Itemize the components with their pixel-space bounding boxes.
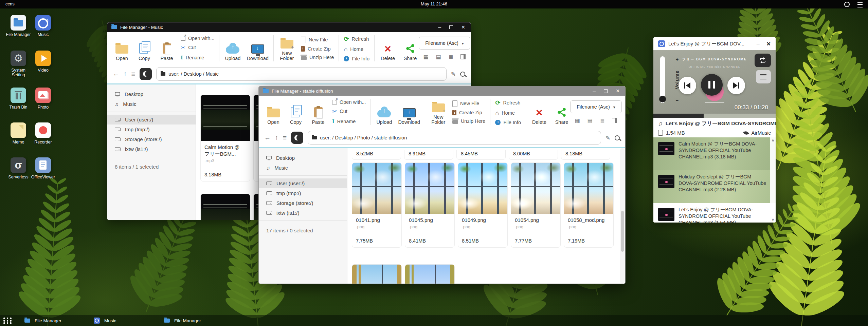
delete-button[interactable]: Delete	[531, 99, 548, 125]
sidebar-item-music[interactable]: Music	[107, 99, 196, 109]
volume-slider-thumb[interactable]	[659, 96, 666, 102]
copy-button[interactable]: Copy	[136, 35, 153, 61]
close-button[interactable]	[616, 88, 620, 94]
progress-bar[interactable]	[653, 114, 776, 118]
share-button[interactable]: Share	[553, 99, 570, 125]
view-detail-icon[interactable]	[600, 117, 604, 124]
hamburger-icon[interactable]	[131, 70, 135, 78]
unzip-here-button[interactable]: Unzip Here	[301, 55, 334, 60]
view-grid-icon[interactable]	[423, 54, 429, 60]
file-card-01054[interactable]: 01054.png .png 7.77MB	[511, 162, 561, 248]
desktop-icon-music[interactable]: Music	[31, 15, 56, 37]
home-button[interactable]: Home	[495, 110, 521, 117]
up-icon[interactable]	[124, 70, 127, 78]
refresh-button[interactable]: Refresh	[344, 35, 369, 43]
view-list-icon[interactable]	[436, 54, 441, 60]
open-button[interactable]: Open	[113, 35, 130, 61]
file-card-01058-mod[interactable]: 01058_mod.png .png 7.19MB	[564, 162, 614, 248]
sidebar-item-ixtw-drive[interactable]: ixtw (is1:/)	[259, 208, 347, 218]
create-zip-button[interactable]: Create Zip	[452, 110, 486, 115]
rename-button[interactable]: Rename	[181, 54, 214, 61]
sidebar-item-tmp-drive[interactable]: tmp (tmp:/)	[259, 188, 347, 198]
sidebar-item-user-drive[interactable]: User (user:/)	[259, 178, 347, 188]
playlist-item-current[interactable]: Let's Enjoy @ フリーBGM DOVA-SYNDROME OFFIC…	[653, 203, 776, 223]
file-card-partial[interactable]: 8.52MB	[352, 150, 401, 160]
desktop-icon-serverless[interactable]: Serverless	[6, 157, 31, 179]
title-bar[interactable]: File Manager - stable diffusion	[259, 86, 625, 96]
search-icon[interactable]	[460, 72, 465, 77]
close-button[interactable]	[766, 41, 771, 47]
repeat-button[interactable]	[755, 54, 771, 67]
view-column-icon[interactable]	[460, 54, 466, 59]
sort-dropdown[interactable]: Filename (Asc)	[419, 37, 470, 50]
new-file-button[interactable]: New File	[301, 37, 334, 43]
taskbar-item-music[interactable]: Music	[90, 315, 120, 326]
sidebar-item-user-drive[interactable]: User (user:/)	[107, 115, 196, 124]
minimize-button[interactable]	[757, 41, 760, 47]
app-launcher-icon[interactable]	[3, 318, 12, 324]
sidebar-item-ixtw-drive[interactable]: ixtw (is1:/)	[107, 144, 196, 154]
scrollbar-thumb[interactable]	[621, 211, 624, 252]
breadcrumb[interactable]: user: / Desktop / Music	[156, 67, 447, 81]
open-with-button[interactable]: Open with...	[332, 99, 366, 105]
back-icon[interactable]	[264, 134, 271, 141]
download-button[interactable]: Download	[398, 99, 420, 125]
edit-path-icon[interactable]	[451, 71, 456, 78]
cut-button[interactable]: Cut	[181, 44, 214, 51]
desktop-icon-officeviewer[interactable]: OfficeViewer	[31, 157, 56, 179]
breadcrumb[interactable]: user: / Desktop / Photo / stable diffusi…	[308, 131, 601, 145]
open-button[interactable]: Open	[265, 99, 282, 125]
refresh-button[interactable]: Refresh	[495, 99, 521, 107]
new-file-button[interactable]: New File	[452, 100, 486, 107]
share-button[interactable]: Share	[402, 35, 419, 61]
sidebar-item-storage-drive[interactable]: Storage (store:/)	[107, 134, 196, 144]
create-zip-button[interactable]: Create Zip	[301, 46, 334, 52]
maximize-button[interactable]	[449, 25, 453, 29]
playlist-scrollbar[interactable]	[770, 137, 776, 223]
next-track-button[interactable]	[727, 77, 745, 94]
view-detail-icon[interactable]	[449, 54, 453, 60]
desktop-icon-file-manager[interactable]: File Manager	[6, 15, 31, 37]
download-button[interactable]: Download	[247, 35, 269, 61]
file-card-partial[interactable]: 8.18MB	[561, 150, 610, 160]
desktop-icon-video[interactable]: Video	[31, 51, 56, 73]
edit-path-icon[interactable]	[605, 134, 610, 141]
dark-mode-button[interactable]	[140, 68, 152, 80]
file-card-partial[interactable]: 8.45MB	[456, 150, 506, 160]
view-list-icon[interactable]	[587, 117, 593, 124]
scroll-up-icon[interactable]	[770, 138, 776, 142]
desktop-icon-memo[interactable]: Memo	[6, 122, 31, 145]
file-card-partial[interactable]: 8.00MB	[509, 150, 558, 160]
status-ring-icon[interactable]	[844, 2, 850, 7]
open-with-button[interactable]: Open with...	[181, 36, 214, 41]
playlist-item[interactable]: Calm Motion @ フリーBGM DOVA-SYNDROME OFFIC…	[653, 137, 776, 170]
file-card[interactable]	[352, 264, 402, 284]
taskbar-item-file-manager-1[interactable]: File Manager	[21, 315, 65, 326]
sidebar-item-storage-drive[interactable]: Storage (store:/)	[259, 198, 347, 208]
player-title-bar[interactable]: Let's Enjoy @ フリーBGM DOV...	[653, 37, 776, 51]
paste-button[interactable]: Paste	[310, 99, 327, 125]
paste-button[interactable]: Paste	[158, 35, 175, 61]
file-card-calm-motion[interactable]: Calm Motion @ フリーBGM... .mp3 3.18MB	[200, 95, 250, 181]
cut-button[interactable]: Cut	[332, 108, 366, 115]
upload-button[interactable]: Upload	[376, 99, 393, 125]
desktop-icon-photo[interactable]: Photo	[31, 88, 56, 110]
desktop-icon-recorder[interactable]: Recorder	[31, 122, 56, 145]
scrollbar[interactable]	[620, 148, 625, 284]
delete-button[interactable]: Delete	[379, 35, 396, 61]
view-grid-icon[interactable]	[575, 117, 580, 124]
file-card-01045[interactable]: 01045.png .png 8.41MB	[405, 162, 455, 248]
file-card[interactable]	[200, 194, 250, 220]
copy-button[interactable]: Copy	[287, 99, 304, 125]
dark-mode-button[interactable]	[291, 132, 303, 144]
home-button[interactable]: Home	[344, 46, 369, 53]
sidebar-item-music[interactable]: Music	[259, 163, 347, 173]
file-info-button[interactable]: File Info	[344, 56, 369, 61]
file-info-button[interactable]: File Info	[495, 120, 521, 125]
scroll-down-icon[interactable]	[770, 217, 776, 222]
view-column-icon[interactable]	[612, 118, 617, 123]
menu-icon[interactable]	[857, 2, 863, 7]
playlist-button[interactable]	[756, 70, 771, 83]
file-card-01049[interactable]: 01049.png .png 8.51MB	[458, 162, 508, 248]
unzip-here-button[interactable]: Unzip Here	[452, 118, 486, 124]
